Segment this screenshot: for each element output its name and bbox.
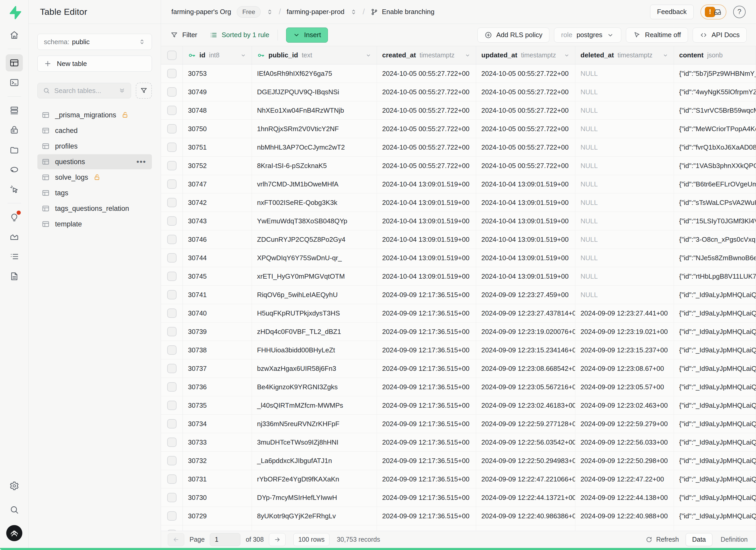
row-checkbox[interactable] [167,179,177,189]
sidebar-table-item[interactable]: template [37,217,152,232]
api-docs-icon[interactable] [6,268,23,285]
cell-content[interactable]: {"id":"15LSIyT0JGMf3Kl4Vn [674,212,756,230]
cell-content[interactable]: {"id":"_Id9aLyJpMHQLaiQC [674,488,756,507]
table-row[interactable]: 30740 H5uqFKpRUTPkjxdysT3HS 2024-09-09 1… [161,304,756,323]
row-checkbox[interactable] [167,364,177,373]
cell-deleted-at[interactable]: 2024-09-09 12:22:40.988+00 [575,507,674,525]
row-select-cell[interactable] [161,415,183,433]
insert-button[interactable]: Insert [286,28,328,43]
cell-id[interactable]: 30742 [183,193,252,212]
cell-id[interactable]: 30752 [183,157,252,175]
cell-public-id[interactable]: Be4KignzoK9YRGNI3Zgks [252,378,377,396]
cell-deleted-at[interactable]: 2024-09-09 12:23:02.463+00 [575,396,674,414]
row-select-cell[interactable] [161,175,183,193]
cell-public-id[interactable]: vrlh7CMD-JtM1bOweMHfA [252,175,377,193]
cell-deleted-at[interactable]: 2024-09-09 12:22:50.298+00 [575,452,674,470]
cell-id[interactable]: 30741 [183,286,252,304]
cell-created-at[interactable]: 2024-10-04 13:09:01.519+00 [377,267,476,285]
sidebar-table-item[interactable]: _prisma_migrations [37,108,152,123]
chevron-down-icon[interactable] [240,52,246,58]
cell-id[interactable]: 30736 [183,378,252,396]
cell-created-at[interactable]: 2024-09-09 12:17:36.515+00 [377,323,476,341]
cell-public-id[interactable]: nj336mN5reuRVNZrKHFpF [252,415,377,433]
cell-created-at[interactable]: 2024-09-09 12:17:36.515+00 [377,286,476,304]
role-select[interactable]: role postgres [554,28,621,43]
table-row[interactable]: 30739 zHDq4c0F0VBF_TL2_dBZ1 2024-09-09 1… [161,323,756,341]
cell-updated-at[interactable]: 2024-09-09 12:22:37.955419+00 [476,525,575,531]
feedback-button[interactable]: Feedback [650,5,694,19]
cell-deleted-at[interactable]: NULL [575,249,674,267]
table-row[interactable]: 30738 FHHUioa3bidd00BHyLeZt 2024-09-09 1… [161,341,756,359]
cell-updated-at[interactable]: 2024-09-09 12:23:02.46183+00 [476,396,575,414]
table-row[interactable]: 30731 rYbORF2e4YgDt9fKAXaKn 2024-09-09 1… [161,470,756,488]
realtime-toggle-button[interactable]: Realtime off [626,28,688,43]
sidebar-table-item[interactable]: solve_logs [37,170,152,185]
cell-deleted-at[interactable]: NULL [575,138,674,156]
column-header-deleted-at[interactable]: deleted_at timestamptz [575,46,674,64]
table-filter-button[interactable] [136,83,152,99]
cell-updated-at[interactable]: 2024-09-09 12:22:40.986386+00 [476,507,575,525]
row-checkbox[interactable] [167,216,177,226]
cell-content[interactable]: {"id":"4wyNgK55lOfrpmYZc [674,83,756,101]
cell-deleted-at[interactable]: NULL [575,267,674,285]
cell-content[interactable]: {"id":"_Id9aLyJpMHQLaiQC [674,452,756,470]
cell-id[interactable]: 30751 [183,138,252,156]
cell-deleted-at[interactable]: 2024-09-09 12:22:37.958+00 [575,525,674,531]
row-select-cell[interactable] [161,230,183,249]
cell-created-at[interactable]: 2024-09-09 12:17:36.515+00 [377,525,476,531]
table-row[interactable]: 30743 YwEmuWdqT38XoSB048QYp 2024-10-04 1… [161,212,756,230]
cell-updated-at[interactable]: 2024-09-09 12:22:50.294983+00 [476,452,575,470]
cell-id[interactable]: 30732 [183,452,252,470]
cell-deleted-at[interactable]: 2024-09-09 12:23:19.021+00 [575,323,674,341]
cell-created-at[interactable]: 2024-10-05 00:55:27.722+00 [377,101,476,119]
prev-page-button[interactable] [168,533,184,546]
edge-functions-icon[interactable] [6,161,23,178]
row-checkbox[interactable] [167,493,177,502]
cell-updated-at[interactable]: 2024-10-04 13:09:01.519+00 [476,249,575,267]
cell-created-at[interactable]: 2024-10-04 13:09:01.519+00 [377,193,476,212]
cell-content[interactable]: {"id":"5b7j5Pz9WHBNmY_A [674,64,756,83]
table-row[interactable]: 30732 _La6pddxcKJIbgufATJ1n 2024-09-09 1… [161,452,756,470]
cell-content[interactable]: {"id":"_Id9aLyJpMHQLaiQC [674,396,756,414]
row-select-cell[interactable] [161,157,183,175]
row-checkbox[interactable] [167,308,177,318]
table-row[interactable]: 30734 nj336mN5reuRVNZrKHFpF 2024-09-09 1… [161,415,756,433]
row-checkbox[interactable] [167,161,177,170]
enable-branching-button[interactable]: Enable branching [370,8,434,16]
cell-deleted-at[interactable]: NULL [575,157,674,175]
sort-button[interactable]: Sorted by 1 rule [210,31,269,39]
row-select-cell[interactable] [161,64,183,83]
cell-created-at[interactable]: 2024-10-05 00:55:27.722+00 [377,83,476,101]
row-select-cell[interactable] [161,341,183,359]
cell-deleted-at[interactable]: NULL [575,101,674,119]
cell-deleted-at[interactable]: 2024-09-09 12:23:08.67+00 [575,359,674,378]
row-checkbox[interactable] [167,253,177,263]
row-select-cell[interactable] [161,101,183,119]
sidebar-table-item[interactable]: tags_questions_relation [37,201,152,216]
cell-deleted-at[interactable]: NULL [575,286,674,304]
row-checkbox[interactable] [167,272,177,281]
cell-id[interactable]: 30739 [183,323,252,341]
cell-created-at[interactable]: 2024-09-09 12:17:36.515+00 [377,507,476,525]
cell-updated-at[interactable]: 2024-09-09 12:22:44.13721+00 [476,488,575,507]
breadcrumb-project[interactable]: farming-paper-prod [287,8,345,16]
search-tables-input[interactable]: Search tables... [37,83,131,98]
avatar[interactable] [6,525,22,541]
row-select-cell[interactable] [161,433,183,451]
table-row[interactable]: 30737 bzwXazHgax6UIR58j6Fn3 2024-09-09 1… [161,359,756,378]
cell-id[interactable]: 30749 [183,83,252,101]
cell-public-id[interactable]: rYbORF2e4YgDt9fKAXaKn [252,470,377,488]
cell-content[interactable]: {"id":"_Id9aLyJpMHQLaiQC [674,433,756,451]
table-row[interactable]: 30742 nxFT002ISeRE-Qobg3K3k 2024-10-04 1… [161,193,756,212]
cell-id[interactable]: 30740 [183,304,252,322]
cell-id[interactable]: 30738 [183,341,252,359]
cell-id[interactable]: 30744 [183,249,252,267]
row-checkbox[interactable] [167,345,177,355]
cell-public-id[interactable]: xrETI_HyGY0mPMGVqtOTM [252,267,377,285]
row-select-cell[interactable] [161,488,183,507]
cell-deleted-at[interactable]: NULL [575,230,674,249]
row-select-cell[interactable] [161,120,183,138]
cell-id[interactable]: 30750 [183,120,252,138]
table-row[interactable]: 30728 0L5BAfDaLDl5rQOiqeKPO 2024-09-09 1… [161,525,756,531]
cell-deleted-at[interactable]: 2024-09-09 12:23:05.57+00 [575,378,674,396]
